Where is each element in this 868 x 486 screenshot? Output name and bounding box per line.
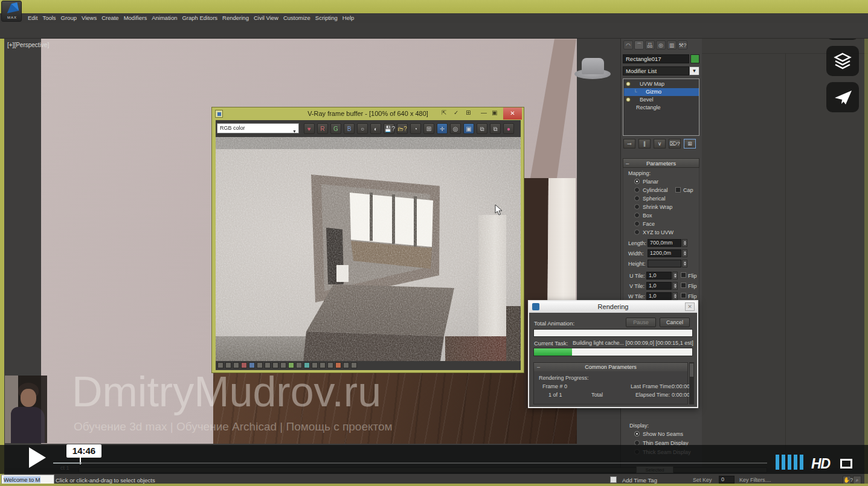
u-tile-field[interactable]: 1,0: [646, 272, 672, 280]
stack-item-rectangle[interactable]: Rectangle: [624, 104, 699, 112]
visibility-bulb-icon[interactable]: [626, 97, 631, 102]
cap-checkbox[interactable]: [675, 187, 681, 193]
vfb-minimize-button[interactable]: —: [481, 109, 487, 116]
radio-box[interactable]: [634, 213, 640, 218]
length-spinner[interactable]: [682, 239, 687, 247]
add-time-tag[interactable]: Add Time Tag: [622, 477, 657, 484]
key-filters-button[interactable]: Key Filters....: [739, 477, 771, 483]
make-unique-button[interactable]: ∨: [654, 139, 666, 149]
vfb-load-icon[interactable]: 🗁?: [397, 123, 408, 134]
v-tile-spinner[interactable]: [672, 282, 678, 290]
height-field[interactable]: [648, 260, 681, 267]
width-spinner[interactable]: [682, 249, 687, 257]
visibility-bulb-icon[interactable]: [626, 82, 631, 86]
play-button[interactable]: [29, 447, 46, 468]
length-field[interactable]: 700,0mm: [648, 239, 681, 247]
vfb-pin-icon[interactable]: ✓: [454, 109, 458, 116]
tab-display-icon[interactable]: ▥: [667, 40, 677, 50]
radio-xyz[interactable]: [634, 229, 640, 235]
rendering-dialog-titlebar[interactable]: Rendering: [529, 301, 697, 313]
menu-civil-view[interactable]: Civil View: [251, 13, 281, 23]
menu-create[interactable]: Create: [99, 13, 121, 23]
key-value-field[interactable]: 0: [719, 476, 735, 484]
menu-animation[interactable]: Animation: [149, 13, 179, 23]
stack-item-bevel[interactable]: Bevel: [624, 96, 699, 104]
volume-bar[interactable]: [794, 455, 797, 470]
volume-bar[interactable]: [776, 455, 779, 470]
height-spinner[interactable]: [682, 260, 687, 267]
v-flip-checkbox[interactable]: [681, 283, 686, 288]
vfb-save-icon[interactable]: 💾?: [384, 123, 394, 134]
tab-create-icon[interactable]: ◠: [623, 40, 633, 50]
u-flip-checkbox[interactable]: [681, 272, 686, 278]
app-logo[interactable]: MAX: [1, 1, 22, 22]
vfb-alpha-icon[interactable]: ○: [357, 123, 368, 134]
object-name-field[interactable]: Rectangle017: [623, 54, 689, 63]
zoom-icon[interactable]: ⌕: [853, 476, 861, 484]
stack-item-gizmo[interactable]: └Gizmo: [624, 88, 699, 96]
menu-customize[interactable]: Customize: [281, 13, 313, 23]
radio-show-no-seams[interactable]: [634, 431, 640, 436]
radio-face[interactable]: [634, 221, 640, 226]
menu-tools[interactable]: Tools: [40, 13, 58, 23]
vfb-history-icon[interactable]: ⧉: [490, 123, 501, 134]
configure-modifier-sets-button[interactable]: ⊞: [684, 139, 696, 149]
width-field[interactable]: 1200,0m: [648, 249, 681, 257]
tab-modify-icon[interactable]: ⌒: [634, 40, 644, 50]
menu-group[interactable]: Group: [59, 13, 79, 23]
vfb-track-mouse-icon[interactable]: ✛: [437, 123, 448, 134]
radio-cylindrical[interactable]: [634, 187, 640, 193]
remove-modifier-button[interactable]: ⌦?: [669, 139, 681, 149]
w-flip-checkbox[interactable]: [681, 293, 686, 298]
add-to-collection-button[interactable]: [826, 46, 859, 76]
vfb-close-button[interactable]: ✕: [503, 107, 522, 120]
volume-bar[interactable]: [788, 455, 791, 470]
vfb-mono-icon[interactable]: ◐: [370, 123, 381, 134]
tab-utilities-icon[interactable]: ⚒?: [678, 40, 687, 50]
tab-motion-icon[interactable]: ◎: [656, 40, 666, 50]
pan-icon[interactable]: ✋?: [843, 476, 851, 484]
dialog-scrollbar[interactable]: [689, 362, 694, 404]
vfb-expand-icon[interactable]: ⊞: [466, 109, 471, 116]
set-key-label[interactable]: Set Key: [693, 477, 712, 483]
object-color-swatch[interactable]: [690, 54, 699, 63]
vfb-titlebar[interactable]: V-Ray frame buffer - [100% of 640 x 480]: [212, 107, 524, 120]
time-tag-icon[interactable]: [610, 476, 617, 483]
volume-bar[interactable]: [782, 455, 785, 470]
vfb-compare-icon[interactable]: ▣: [463, 123, 474, 134]
parameters-rollout-header[interactable]: –Parameters: [623, 158, 699, 168]
menu-scripting[interactable]: Scripting: [313, 13, 340, 23]
radio-planar[interactable]: [634, 179, 640, 184]
u-tile-spinner[interactable]: [672, 272, 678, 280]
vfb-blue-channel-icon[interactable]: B: [344, 123, 355, 134]
viewport-label[interactable]: [+][Perspective]: [7, 42, 49, 48]
rendering-dialog-close[interactable]: ✕: [685, 302, 695, 311]
volume-bar[interactable]: [800, 455, 803, 470]
modifier-list-arrow[interactable]: ▼: [689, 66, 699, 75]
vfb-red-channel-icon[interactable]: R: [317, 123, 328, 134]
tab-hierarchy-icon[interactable]: 品: [645, 40, 655, 50]
vfb-green-channel-icon[interactable]: G: [330, 123, 341, 134]
w-tile-field[interactable]: 1,0: [646, 292, 672, 300]
menu-help[interactable]: Help: [340, 13, 357, 23]
vfb-channel-dropdown[interactable]: RGB color▼: [217, 123, 299, 133]
menu-graph-editors[interactable]: Graph Editors: [179, 13, 220, 23]
show-end-result-button[interactable]: ∥: [638, 139, 651, 149]
player-timeline[interactable]: [53, 462, 767, 464]
vfb-clear-icon[interactable]: ◔: [410, 123, 421, 134]
vfb-color-correction-icon[interactable]: ●: [503, 123, 514, 134]
radio-shrinkwrap[interactable]: [634, 204, 640, 209]
w-tile-spinner[interactable]: [672, 292, 678, 300]
vfb-duplicate-icon[interactable]: ⊞: [423, 123, 434, 134]
vfb-ab-icon[interactable]: ⧉: [477, 123, 487, 134]
vfb-dock-icon[interactable]: ⇱: [442, 109, 446, 116]
v-tile-field[interactable]: 1,0: [646, 282, 672, 290]
menu-rendering[interactable]: Rendering: [220, 13, 251, 23]
vfb-region-icon[interactable]: ◎: [450, 123, 461, 134]
stack-item-uvwmap[interactable]: UVW Map: [624, 80, 699, 88]
cancel-button[interactable]: Cancel: [660, 318, 690, 327]
vfb-maximize-button[interactable]: ▣: [492, 109, 497, 116]
pause-button[interactable]: Pause: [626, 318, 656, 327]
menu-modifiers[interactable]: Modifiers: [121, 13, 150, 23]
common-parameters-header[interactable]: –Common Parameters: [534, 363, 687, 371]
